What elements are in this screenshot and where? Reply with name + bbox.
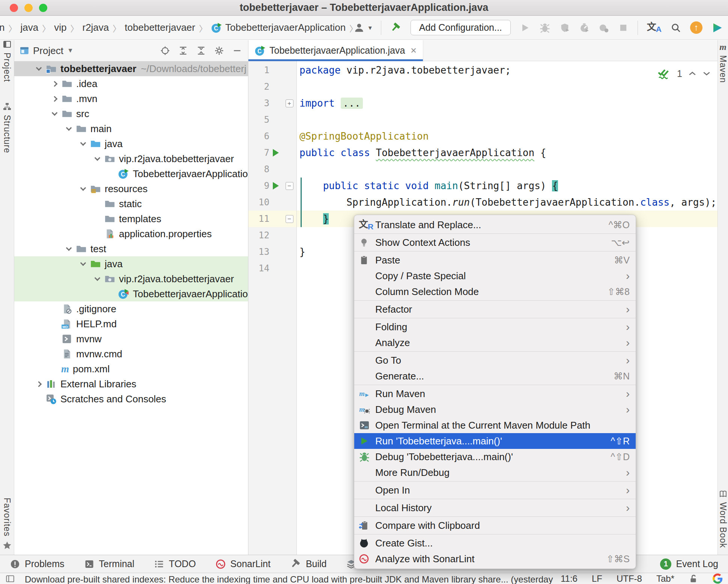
project-panel-title[interactable]: Project xyxy=(33,45,63,57)
chevron-down-icon[interactable]: ▾ xyxy=(369,24,372,32)
prof-gray-icon[interactable] xyxy=(579,23,590,33)
tree-item-mvnw-cmd[interactable]: mvnw.cmd xyxy=(14,346,248,361)
expand-all-icon[interactable] xyxy=(178,46,188,56)
tree-item-help-md[interactable]: MDHELP.md xyxy=(14,316,248,331)
menu-item-run-maven[interactable]: mRun Maven› xyxy=(354,386,636,402)
prev-problem-icon[interactable] xyxy=(688,71,696,76)
status-widget-utf-8[interactable]: UTF-8 xyxy=(617,573,642,584)
menu-item-compare-with-clipboard[interactable]: Compare with Clipboard xyxy=(354,518,636,533)
chevron-down-icon[interactable] xyxy=(80,185,86,191)
shield-gray-icon[interactable] xyxy=(560,23,570,33)
locate-icon[interactable] xyxy=(160,46,170,56)
menu-item-create-gist[interactable]: Create Gist... xyxy=(354,535,636,551)
breadcrumb-tobebetterjavaerapplication[interactable]: CTobebetterjavaerApplication xyxy=(209,22,347,33)
run-line-icon[interactable] xyxy=(273,182,279,190)
translate-icon[interactable]: 文A xyxy=(647,22,662,33)
chevron-down-icon[interactable] xyxy=(36,65,42,71)
status-widget-tab[interactable]: Tab* xyxy=(656,573,674,584)
chevron-down-icon[interactable] xyxy=(94,155,100,161)
chevron-down-icon[interactable] xyxy=(66,125,72,131)
tree-item-tobebetterjavaer[interactable]: tobebetterjavaer~/Downloads/tobebetterj xyxy=(14,61,248,76)
fold-toggle-icon[interactable]: − xyxy=(286,182,293,190)
breadcrumb-n[interactable]: n xyxy=(0,22,6,33)
chevron-down-icon[interactable]: ▼ xyxy=(67,47,74,54)
status-widget-11-6[interactable]: 11:6 xyxy=(561,573,578,584)
fold-toggle-icon[interactable]: − xyxy=(286,215,293,223)
chevron-right-icon[interactable] xyxy=(51,81,57,87)
status-widget-lf[interactable]: LF xyxy=(592,573,602,584)
add-configuration-button[interactable]: Add Configuration... xyxy=(411,20,511,35)
breadcrumb-r2java[interactable]: r2java xyxy=(81,22,110,33)
tree-item-tobebetterjavaerapplicationt[interactable]: CTobebetterjavaerApplicationT xyxy=(14,286,248,301)
plugin-icon[interactable] xyxy=(711,22,723,33)
breadcrumb-vip[interactable]: vip xyxy=(53,22,68,33)
minus-icon[interactable] xyxy=(232,46,242,56)
play-gray-icon[interactable] xyxy=(520,23,530,33)
tool-window-button-build[interactable]: Build xyxy=(290,558,327,570)
user-icon[interactable] xyxy=(353,22,365,33)
menu-item-folding[interactable]: Folding› xyxy=(354,319,636,335)
tab-tobebetterjavaerapplication-java[interactable]: C TobebetterjavaerApplication.java ✕ xyxy=(248,40,423,61)
stripe-button-project[interactable]: Project xyxy=(0,40,14,82)
menu-item-paste[interactable]: Paste⌘V xyxy=(354,252,636,268)
chevron-right-icon[interactable] xyxy=(36,381,42,387)
minimize-window-button[interactable] xyxy=(24,4,33,12)
hide-tool-windows-icon[interactable] xyxy=(5,574,15,584)
fold-toggle-icon[interactable]: + xyxy=(286,99,293,107)
menu-item-translate-and-replace[interactable]: 文RTranslate and Replace...^⌘O xyxy=(354,217,636,233)
tree-item-src[interactable]: src xyxy=(14,106,248,121)
search-icon[interactable] xyxy=(671,23,681,33)
menu-item-debug-tobebetterjava-main[interactable]: Debug 'Tobebetterjava....main()'^⇧D xyxy=(354,449,636,465)
google-icon[interactable] xyxy=(713,573,723,584)
menu-item-analyze-with-sonarlint[interactable]: Analyze with SonarLint⇧⌘S xyxy=(354,551,636,567)
run-line-icon[interactable] xyxy=(273,149,279,157)
menu-item-refactor[interactable]: Refactor› xyxy=(354,301,636,317)
chevron-down-icon[interactable] xyxy=(80,260,86,266)
tree-item-vip-r2java-tobebetterjavaer[interactable]: vip.r2java.tobebetterjavaer xyxy=(14,151,248,166)
gear-icon[interactable] xyxy=(214,46,224,56)
close-tab-icon[interactable]: ✕ xyxy=(410,46,417,55)
profbug-gray-icon[interactable] xyxy=(599,23,609,33)
tree-item-java[interactable]: java xyxy=(14,136,248,151)
next-problem-icon[interactable] xyxy=(702,71,711,76)
menu-item-generate[interactable]: Generate...⌘N xyxy=(354,368,636,384)
menu-item-local-history[interactable]: Local History› xyxy=(354,500,636,516)
upload-icon[interactable]: ↑ xyxy=(690,21,702,34)
chevron-down-icon[interactable] xyxy=(94,275,100,281)
menu-item-open-terminal-at-the-current-maven-module-path[interactable]: mOpen Terminal at the Current Maven Modu… xyxy=(354,417,636,433)
stripe-button-structure[interactable]: Structure xyxy=(0,102,14,153)
chevron-down-icon[interactable] xyxy=(80,140,86,146)
tree-item-vip-r2java-tobebetterjavaer[interactable]: vip.r2java.tobebetterjavaer xyxy=(14,271,248,286)
bug-gray-icon[interactable] xyxy=(539,22,551,33)
menu-item-run-tobebetterjava-main[interactable]: Run 'Tobebetterjava....main()'^⇧R xyxy=(354,433,636,449)
tree-item-templates[interactable]: templates xyxy=(14,211,248,226)
tree-item-pom-xml[interactable]: mpom.xml xyxy=(14,361,248,376)
tree-item-scratches-and-consoles[interactable]: Scratches and Consoles xyxy=(14,391,248,406)
tree-item-mvnw[interactable]: mvnw xyxy=(14,331,248,346)
menu-item-column-selection-mode[interactable]: Column Selection Mode⇧⌘8 xyxy=(354,284,636,300)
hammer-icon[interactable] xyxy=(390,22,402,33)
stripe-button-word-book[interactable]: Word Book xyxy=(718,489,728,548)
tree-item-resources[interactable]: resources xyxy=(14,181,248,196)
tree-item-main[interactable]: main xyxy=(14,121,248,136)
menu-item-analyze[interactable]: Analyze› xyxy=(354,335,636,351)
tree-item-test[interactable]: test xyxy=(14,241,248,256)
tree-item-idea[interactable]: .idea xyxy=(14,76,248,91)
menu-item-copy-paste-special[interactable]: Copy / Paste Special› xyxy=(354,268,636,284)
tool-window-button-problems[interactable]: Problems xyxy=(10,558,65,569)
stop-gray-icon[interactable] xyxy=(618,23,629,33)
breadcrumb-tobebetterjavaer[interactable]: tobebetterjavaer xyxy=(123,22,197,33)
tree-item-gitignore[interactable]: .gitignore xyxy=(14,301,248,316)
zoom-window-button[interactable] xyxy=(39,4,47,12)
menu-item-show-context-actions[interactable]: Show Context Actions⌥↩ xyxy=(354,235,636,250)
unlock-icon[interactable] xyxy=(689,574,698,584)
tool-window-button-terminal[interactable]: Terminal xyxy=(84,558,134,569)
tree-item-java[interactable]: java xyxy=(14,256,248,271)
close-window-button[interactable] xyxy=(10,4,18,12)
menu-item-open-in[interactable]: Open In› xyxy=(354,482,636,498)
tool-window-button-sonarlint[interactable]: SonarLint xyxy=(215,558,271,569)
menu-item-debug-maven[interactable]: mDebug Maven› xyxy=(354,402,636,417)
chevron-down-icon[interactable] xyxy=(66,245,72,251)
tree-item-mvn[interactable]: .mvn xyxy=(14,91,248,106)
stripe-button-maven[interactable]: mMaven xyxy=(718,42,728,83)
